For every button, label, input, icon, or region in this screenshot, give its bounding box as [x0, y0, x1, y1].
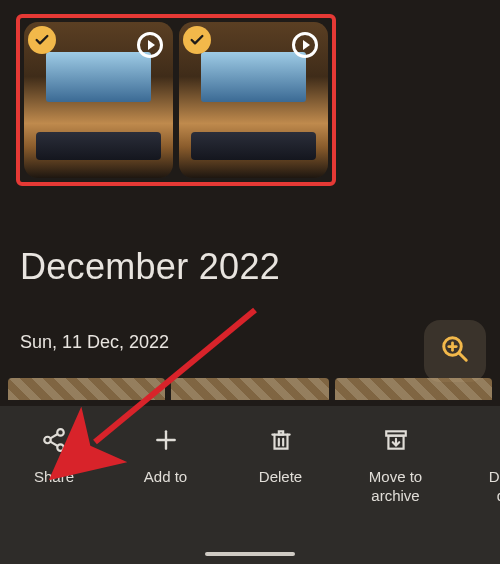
delete-button[interactable]: Delete: [223, 426, 338, 487]
archive-label: Move to archive: [369, 468, 422, 506]
zoom-button[interactable]: [424, 320, 486, 382]
home-indicator[interactable]: [205, 552, 295, 556]
motion-photo-icon: [292, 32, 318, 58]
share-icon: [40, 426, 68, 454]
action-bar: Share Add to Delete Move to archive: [0, 406, 500, 564]
delete-label: Delete: [259, 468, 302, 487]
date-subheader: Sun, 11 Dec, 2022: [20, 332, 169, 353]
archive-button[interactable]: Move to archive: [338, 426, 453, 506]
svg-line-7: [50, 434, 57, 438]
add-to-label: Add to: [144, 468, 187, 487]
magnify-plus-icon: [440, 334, 470, 368]
selected-check-icon[interactable]: [28, 26, 56, 54]
plus-icon: [152, 426, 180, 454]
share-label: Share: [34, 468, 74, 487]
svg-point-5: [44, 437, 51, 444]
photo-thumbnail[interactable]: [24, 22, 173, 178]
share-button[interactable]: Share: [0, 426, 108, 487]
selected-photos-group: [16, 14, 336, 186]
svg-point-6: [57, 444, 64, 451]
delete-device-label: Delete devi: [489, 468, 500, 506]
add-to-button[interactable]: Add to: [108, 426, 223, 487]
svg-point-4: [57, 429, 64, 436]
motion-photo-icon: [137, 32, 163, 58]
selected-check-icon[interactable]: [183, 26, 211, 54]
photo-row-partial: [0, 378, 500, 400]
svg-line-1: [459, 353, 467, 361]
svg-line-8: [50, 442, 57, 446]
month-header: December 2022: [20, 246, 280, 288]
photo-thumbnail[interactable]: [179, 22, 328, 178]
delete-device-button[interactable]: Delete devi: [453, 426, 500, 506]
archive-icon: [382, 426, 410, 454]
delete-device-icon: [497, 426, 501, 454]
trash-icon: [267, 426, 295, 454]
